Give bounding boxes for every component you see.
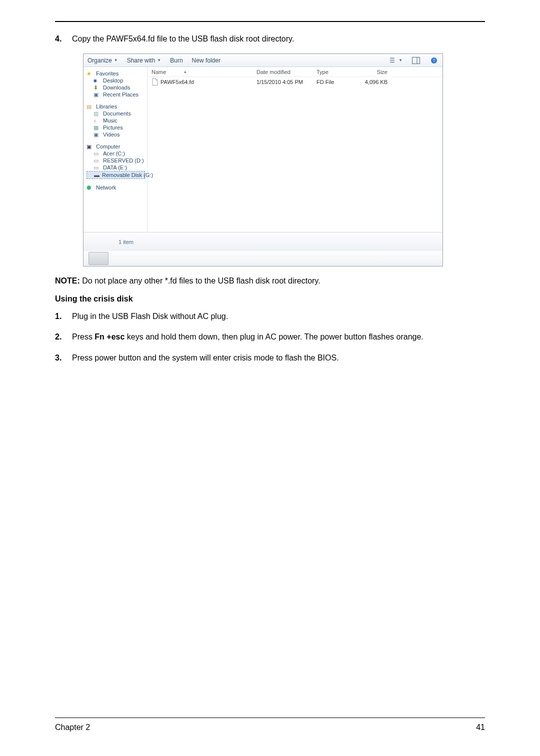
col-type[interactable]: Type <box>312 69 348 75</box>
col-name[interactable]: Name▲ <box>148 69 252 75</box>
desktop-label: Desktop <box>103 78 123 84</box>
removable-label: Removable Disk (G:) <box>102 172 153 178</box>
file-row[interactable]: PAWF5x64.fd 1/15/2010 4:05 PM FD File 4,… <box>148 77 442 87</box>
bottom-rule <box>55 718 485 718</box>
documents-label: Documents <box>103 110 131 116</box>
acer-label: Acer (C:) <box>103 150 125 156</box>
new-folder-label: New folder <box>192 57 220 64</box>
sidebar-pictures[interactable]: ▦Pictures <box>86 124 145 131</box>
col-date[interactable]: Date modified <box>252 69 312 75</box>
reserved-label: RESERVED (D:) <box>103 158 144 164</box>
svg-rect-0 <box>412 57 420 64</box>
step-3-text: Press power button and the system will e… <box>72 352 485 364</box>
videos-label: Videos <box>103 132 120 138</box>
data-label: DATA (E:) <box>103 164 127 170</box>
music-label: Music <box>103 118 118 124</box>
step-4-num: 4. <box>55 33 72 44</box>
sidebar-computer[interactable]: ▣Computer <box>86 143 145 150</box>
key-combo: Fn +esc <box>94 332 124 341</box>
crisis-step-1: 1. Plug in the USB Flash Disk without AC… <box>55 310 485 322</box>
drive-icon: ▭ <box>94 164 100 170</box>
sidebar-music[interactable]: ♪Music <box>86 117 145 124</box>
explorer-status-bar: 1 item <box>84 232 442 251</box>
sidebar-acer-c[interactable]: ▭Acer (C:) <box>86 150 145 157</box>
sidebar-reserved-d[interactable]: ▭RESERVED (D:) <box>86 157 145 164</box>
subheading: Using the crisis disk <box>55 294 485 304</box>
usb-icon: ▬ <box>94 172 100 178</box>
favorites-label: Favorites <box>96 70 118 76</box>
recent-icon: ▣ <box>94 92 100 98</box>
share-with-button[interactable]: Share with ▼ <box>127 57 162 64</box>
svg-text:?: ? <box>432 58 435 63</box>
sidebar-network[interactable]: ⬢Network <box>86 184 145 191</box>
pictures-label: Pictures <box>103 124 123 130</box>
page-number: 41 <box>476 723 485 732</box>
crisis-step-2: 2. Press Fn +esc keys and hold them down… <box>55 331 485 342</box>
file-date: 1/15/2010 4:05 PM <box>252 79 312 85</box>
dropdown-icon: ▼ <box>157 58 161 62</box>
dropdown-icon: ▼ <box>114 58 118 62</box>
step-3-num: 3. <box>55 352 72 364</box>
chapter-label: Chapter 2 <box>55 723 90 732</box>
sidebar-downloads[interactable]: ⬇Downloads <box>86 84 145 91</box>
drive-icon: ▭ <box>94 158 100 164</box>
top-rule <box>55 21 485 22</box>
organize-label: Organize <box>88 57 112 64</box>
step-2-num: 2. <box>55 331 72 342</box>
drive-icon: ▭ <box>94 150 100 156</box>
file-size: 4,096 KB <box>348 79 398 85</box>
desktop-icon: ■ <box>94 78 100 84</box>
network-icon: ⬢ <box>86 184 94 190</box>
computer-label: Computer <box>96 144 120 150</box>
help-button[interactable]: ? <box>430 56 438 65</box>
file-name: PAWF5x64.fd <box>160 79 194 85</box>
step-1-num: 1. <box>55 310 72 322</box>
sidebar-recent[interactable]: ▣Recent Places <box>86 91 145 98</box>
organize-button[interactable]: Organize ▼ <box>88 57 118 64</box>
sidebar-data-e[interactable]: ▭DATA (E:) <box>86 164 145 171</box>
recent-label: Recent Places <box>103 92 138 98</box>
video-icon: ▣ <box>94 132 100 138</box>
sidebar-favorites[interactable]: ★Favorites <box>86 70 145 77</box>
new-folder-button[interactable]: New folder <box>192 57 220 64</box>
drive-thumbnail-icon <box>88 252 108 265</box>
column-headers: Name▲ Date modified Type Size <box>148 67 442 77</box>
crisis-step-3: 3. Press power button and the system wil… <box>55 352 485 364</box>
burn-button[interactable]: Burn <box>170 57 182 64</box>
view-button[interactable]: ☰ ▼ <box>388 56 402 65</box>
step-1-text: Plug in the USB Flash Disk without AC pl… <box>72 310 485 322</box>
step-4: 4. Copy the PAWF5x64.fd file to the USB … <box>55 33 485 44</box>
libraries-label: Libraries <box>96 104 117 110</box>
explorer-toolbar: Organize ▼ Share with ▼ Burn New folder … <box>84 54 442 67</box>
file-icon <box>152 78 158 86</box>
step-2-text: Press Fn +esc keys and hold them down, t… <box>72 331 485 342</box>
view-icon: ☰ <box>388 56 396 65</box>
libraries-icon: ▤ <box>86 104 94 110</box>
computer-icon: ▣ <box>86 144 94 150</box>
explorer-file-pane: Name▲ Date modified Type Size PAWF5x64.f… <box>148 67 442 232</box>
preview-pane-button[interactable] <box>412 56 420 65</box>
download-icon: ⬇ <box>94 84 100 90</box>
col-size[interactable]: Size <box>348 69 398 75</box>
sidebar-videos[interactable]: ▣Videos <box>86 131 145 138</box>
picture-icon: ▦ <box>94 124 100 130</box>
note-label: NOTE: <box>55 276 80 285</box>
sidebar-removable-g[interactable]: ▬Removable Disk (G:) <box>86 171 145 179</box>
status-text: 1 item <box>118 239 134 245</box>
sidebar-desktop[interactable]: ■Desktop <box>86 77 145 84</box>
star-icon: ★ <box>86 70 94 76</box>
file-type: FD File <box>312 79 348 85</box>
note-text: Do not place any other *.fd files to the… <box>80 276 320 285</box>
step-4-text: Copy the PAWF5x64.fd file to the USB fla… <box>72 33 485 44</box>
downloads-label: Downloads <box>103 84 130 90</box>
document-icon: ▥ <box>94 110 100 116</box>
sidebar-libraries[interactable]: ▤Libraries <box>86 103 145 110</box>
explorer-sidebar: ★Favorites ■Desktop ⬇Downloads ▣Recent P… <box>84 67 148 232</box>
dropdown-icon: ▼ <box>398 58 402 62</box>
burn-label: Burn <box>170 57 182 64</box>
page-footer: Chapter 2 41 <box>55 718 485 732</box>
sidebar-documents[interactable]: ▥Documents <box>86 110 145 117</box>
explorer-window: Organize ▼ Share with ▼ Burn New folder … <box>83 54 443 266</box>
network-label: Network <box>96 184 116 190</box>
note-line: NOTE: Do not place any other *.fd files … <box>55 276 485 286</box>
